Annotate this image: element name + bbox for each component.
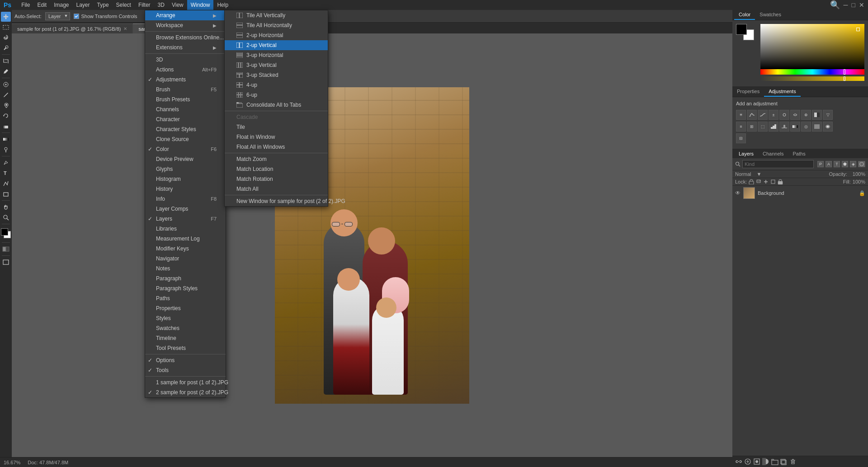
menu-layer-comps[interactable]: Layer Comps	[145, 204, 226, 214]
menu-actions[interactable]: Actions Alt+F9	[145, 65, 226, 75]
layers-search-input[interactable]	[742, 160, 814, 168]
clone-stamp-tool[interactable]	[1, 100, 11, 110]
maximize-icon[interactable]: □	[852, 1, 855, 9]
menu-color[interactable]: ✓Color F6	[145, 144, 226, 154]
tab-color[interactable]: Color	[734, 10, 755, 20]
opacity-value[interactable]: 100%	[853, 171, 865, 177]
layer-visibility-icon[interactable]: 👁	[735, 190, 741, 196]
foreground-color-box[interactable]	[736, 24, 747, 35]
menu-3d[interactable]: 3D	[145, 55, 226, 65]
auto-select-dropdown[interactable]: Layer ▼	[45, 12, 71, 20]
adj-threshold[interactable]	[779, 122, 789, 132]
color-opacity-bar[interactable]	[760, 76, 864, 81]
menu-3d[interactable]: 3D	[154, 0, 168, 10]
arrange-consolidate-tabs[interactable]: Consolidate All to Tabs	[225, 100, 328, 110]
layer-filter-toggle[interactable]	[858, 161, 865, 167]
layer-filter-shape[interactable]: ⬟	[842, 161, 848, 167]
layer-row-background[interactable]: 👁 Background 🔒	[732, 186, 868, 200]
menu-brush-presets[interactable]: Brush Presets	[145, 94, 226, 104]
menu-timeline[interactable]: Timeline	[145, 333, 226, 343]
tab-properties[interactable]: Properties	[732, 87, 764, 97]
menu-styles[interactable]: Styles	[145, 313, 226, 323]
zoom-tool[interactable]	[1, 212, 11, 222]
menu-character[interactable]: Character	[145, 114, 226, 124]
minimize-icon[interactable]: ─	[844, 1, 848, 9]
show-transform-checkbox[interactable]: Show Transform Controls	[74, 14, 137, 19]
menu-brush[interactable]: Brush F5	[145, 85, 226, 94]
history-brush-tool[interactable]	[1, 111, 11, 121]
lock-all-icon[interactable]	[778, 179, 783, 184]
tab-layers[interactable]: Layers	[734, 149, 758, 158]
arrange-tile-all-horizontally[interactable]: Tile All Horizontally	[225, 20, 328, 30]
foreground-background-colors[interactable]	[0, 227, 12, 239]
tab-paths[interactable]: Paths	[788, 149, 810, 158]
menu-tools[interactable]: ✓Tools	[145, 365, 226, 375]
arrange-3up-horizontal[interactable]: 3-up Horizontal	[225, 50, 328, 60]
menu-channels[interactable]: Channels	[145, 104, 226, 114]
eyedropper-tool[interactable]	[1, 66, 11, 76]
group-layers-icon[interactable]	[771, 458, 778, 465]
menu-type[interactable]: Type	[94, 0, 113, 10]
arrange-match-rotation[interactable]: Match Rotation	[225, 174, 328, 184]
arrange-tile-all-vertically[interactable]: Tile All Vertically	[225, 10, 328, 20]
adj-gradient-fill[interactable]	[823, 122, 833, 132]
menu-arrange[interactable]: Arrange ▶	[145, 10, 226, 20]
arrange-float-all-windows[interactable]: Float All in Windows	[225, 142, 328, 152]
magic-wand-tool[interactable]	[1, 43, 11, 53]
mask-icon[interactable]	[753, 458, 760, 465]
arrange-match-zoom[interactable]: Match Zoom	[225, 154, 328, 164]
menu-history[interactable]: History	[145, 184, 226, 194]
arrange-3up-vertical[interactable]: 3-up Vertical	[225, 60, 328, 70]
add-adj-layer-icon[interactable]	[762, 458, 769, 465]
brush-tool[interactable]	[1, 90, 11, 100]
layer-filter-type[interactable]: T	[834, 161, 840, 167]
menu-select[interactable]: Select	[113, 0, 135, 10]
menu-modifier-keys[interactable]: Modifier Keys	[145, 244, 226, 254]
menu-view[interactable]: View	[168, 0, 187, 10]
search-icon[interactable]: 🔍	[830, 0, 840, 10]
menu-extensions[interactable]: Extensions ▶	[145, 42, 226, 52]
menu-layer[interactable]: Layer	[73, 0, 94, 10]
menu-window[interactable]: Window	[187, 0, 214, 10]
arrange-match-location[interactable]: Match Location	[225, 164, 328, 174]
color-spectrum[interactable]	[760, 24, 864, 69]
close-icon[interactable]: ✕	[859, 1, 864, 9]
hand-tool[interactable]	[1, 202, 11, 212]
add-style-icon[interactable]	[744, 458, 751, 465]
menu-browse-extensions[interactable]: Browse Extensions Online...	[145, 33, 226, 42]
arrange-4up[interactable]: 4-up	[225, 80, 328, 90]
adj-channel-mixer[interactable]: ≡	[736, 122, 746, 132]
adj-exposure[interactable]: ±	[769, 110, 778, 120]
adj-gradmap[interactable]	[790, 122, 800, 132]
adj-levels[interactable]	[747, 110, 757, 120]
tab-adjustments[interactable]: Adjustments	[764, 87, 801, 97]
menu-doc-1[interactable]: 1 sample for post (1 of 2).JPG	[145, 377, 226, 387]
menu-paths[interactable]: Paths	[145, 293, 226, 303]
eraser-tool[interactable]	[1, 121, 11, 131]
menu-libraries[interactable]: Libraries	[145, 224, 226, 234]
dodge-tool[interactable]	[1, 145, 11, 155]
crop-tool[interactable]	[1, 56, 11, 66]
menu-help[interactable]: Help	[213, 0, 232, 10]
arrange-float-in-window[interactable]: Float in Window	[225, 132, 328, 142]
text-tool[interactable]: T	[1, 168, 11, 178]
menu-measurement-log[interactable]: Measurement Log	[145, 234, 226, 244]
lock-image-icon[interactable]	[756, 179, 761, 184]
selection-tool[interactable]	[1, 22, 11, 32]
fg-bg-color-boxes[interactable]	[736, 24, 754, 40]
menu-info[interactable]: Info F8	[145, 194, 226, 204]
shape-tool[interactable]	[1, 189, 11, 199]
pen-tool[interactable]	[1, 158, 11, 168]
menu-image[interactable]: Image	[50, 0, 72, 10]
arrange-tile[interactable]: Tile	[225, 122, 328, 132]
menu-filter[interactable]: Filter	[135, 0, 154, 10]
link-layers-icon[interactable]	[735, 458, 742, 465]
menu-workspace[interactable]: Workspace ▶	[145, 20, 226, 30]
adj-color-lookup[interactable]: ⊞	[747, 122, 757, 132]
quick-mask-tool[interactable]	[1, 244, 11, 254]
menu-doc-2[interactable]: ✓2 sample for post (2 of 2).JPG	[145, 387, 226, 397]
gradient-tool[interactable]	[1, 134, 11, 144]
menu-device-preview[interactable]: Device Preview	[145, 154, 226, 164]
tab-channels[interactable]: Channels	[758, 149, 788, 158]
menu-tool-presets[interactable]: Tool Presets	[145, 343, 226, 353]
